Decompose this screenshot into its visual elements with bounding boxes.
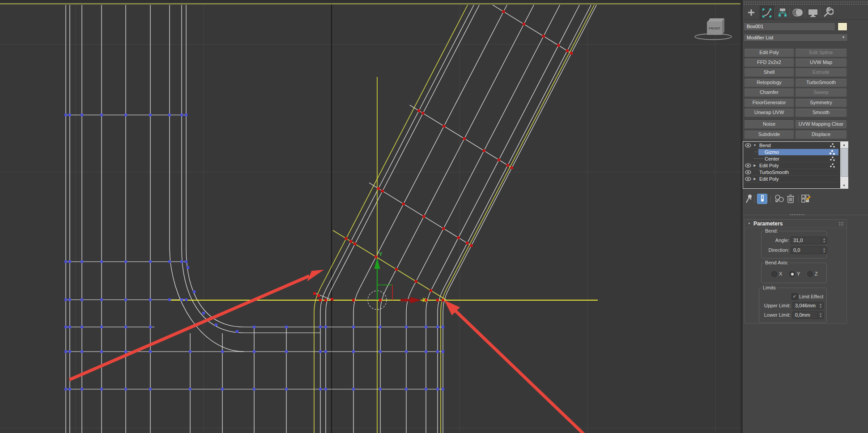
- limits-group: Limits ✓ Limit Effect Upper Limit: 3,046…: [759, 288, 827, 323]
- expand-closed-icon[interactable]: ▶: [753, 162, 757, 169]
- stack-row-label[interactable]: Bend: [759, 142, 771, 149]
- eye-icon[interactable]: [745, 176, 751, 182]
- scroll-up-icon[interactable]: ▲: [840, 142, 848, 148]
- limits-legend: Limits: [762, 285, 777, 290]
- show-end-result-button[interactable]: [757, 194, 767, 204]
- panel-dock-grip[interactable]: [743, 0, 868, 5]
- bend-axis-x-label[interactable]: X: [779, 271, 782, 276]
- stack-row-label[interactable]: TurboSmooth: [759, 169, 789, 175]
- modifier-button-chamfer[interactable]: Chamfer: [744, 89, 794, 97]
- pin-stack-icon: [745, 194, 753, 204]
- modifier-button-uvw-mapping-clear[interactable]: UVW Mapping Clear: [795, 120, 847, 129]
- direction-value[interactable]: 0,0: [793, 247, 800, 253]
- panel-splitter[interactable]: [743, 215, 868, 216]
- spinner-arrows-icon[interactable]: ▲▼: [821, 247, 827, 254]
- tab-hierarchy[interactable]: [776, 6, 789, 19]
- viewport-canvas[interactable]: YXFRONT: [0, 0, 740, 433]
- object-name-input[interactable]: Box001: [744, 22, 835, 31]
- application-window: YXFRONT: [0, 0, 868, 433]
- tab-display[interactable]: [806, 6, 820, 19]
- lower-limit-value[interactable]: 0,0mm: [795, 312, 810, 318]
- configure-modifier-sets-icon: [801, 194, 811, 204]
- modifier-button-noise[interactable]: Noise: [744, 120, 794, 129]
- lower-limit-spinner[interactable]: 0,0mm ▲▼: [792, 311, 824, 319]
- eye-icon[interactable]: [745, 170, 751, 175]
- stack-row-label[interactable]: Gizmo: [765, 149, 779, 155]
- modifier-button-displace[interactable]: Displace: [795, 131, 847, 139]
- scrollbar-thumb[interactable]: [841, 148, 848, 177]
- modifier-button-subdivide[interactable]: Subdivide: [744, 131, 794, 139]
- rollout-title: Parameters: [753, 221, 783, 227]
- tab-separator: [789, 8, 790, 17]
- stack-row-edit-poly[interactable]: ▶ Edit Poly: [743, 162, 838, 169]
- direction-spinner[interactable]: 0,0 ▲▼: [791, 246, 827, 254]
- modifier-button-ffd-2x2x2[interactable]: FFD 2x2x2: [744, 59, 794, 67]
- rollout-header[interactable]: ▼ Parameters: [745, 220, 847, 228]
- splitter-grip: [790, 214, 805, 216]
- tab-create[interactable]: [745, 6, 758, 19]
- modifier-button-extrude[interactable]: Extrude: [795, 68, 847, 77]
- rollout-grip-icon[interactable]: [838, 221, 844, 226]
- remove-modifier-button[interactable]: [787, 194, 795, 204]
- pin-stack-button[interactable]: [745, 194, 753, 204]
- limit-effect-checkbox[interactable]: ✓: [791, 293, 798, 300]
- modifier-button-uvw-map[interactable]: UVW Map: [795, 59, 847, 67]
- expand-open-icon[interactable]: ▼: [753, 142, 757, 149]
- limit-effect-label[interactable]: Limit Effect: [799, 294, 823, 299]
- spinner-arrows-icon[interactable]: ▲▼: [817, 312, 823, 319]
- gizmo-dots-icon: [829, 149, 836, 155]
- modifier-button-edit-spline[interactable]: Edit Spline: [795, 49, 847, 57]
- stack-row-center[interactable]: Center: [743, 156, 838, 162]
- wrench-icon: [823, 7, 834, 18]
- spinner-arrows-icon[interactable]: ▲▼: [817, 302, 823, 310]
- modifier-stack: ▼ Bend Gizmo Center: [743, 141, 848, 189]
- stack-scrollbar[interactable]: ▲ ▼: [840, 142, 848, 188]
- eye-icon[interactable]: [745, 143, 751, 148]
- upper-limit-value[interactable]: 3,046mm: [795, 303, 816, 309]
- stack-row-gizmo[interactable]: Gizmo: [758, 149, 838, 156]
- bend-axis-z-radio[interactable]: [807, 271, 813, 277]
- modifier-button-sweep[interactable]: Sweep: [795, 89, 847, 97]
- gizmo-dots-icon: [830, 143, 836, 148]
- bend-axis-y-label[interactable]: Y: [797, 271, 800, 276]
- stack-row-bend[interactable]: ▼ Bend: [743, 142, 838, 149]
- modifier-button-smooth[interactable]: Smooth: [795, 109, 847, 117]
- stack-row-edit-poly-2[interactable]: ▶ Edit Poly: [743, 176, 838, 183]
- tab-utilities[interactable]: [821, 6, 835, 19]
- eye-icon[interactable]: [745, 163, 751, 168]
- bend-group-legend: Bend:: [764, 228, 779, 233]
- modifier-button-edit-poly[interactable]: Edit Poly: [744, 49, 794, 57]
- stack-row-turbosmooth[interactable]: TurboSmooth: [743, 169, 838, 176]
- bend-axis-z-label[interactable]: Z: [815, 271, 818, 276]
- expand-closed-icon[interactable]: ▶: [753, 176, 757, 182]
- configure-modifier-sets-button[interactable]: [801, 194, 811, 204]
- tab-motion[interactable]: [791, 6, 804, 19]
- viewport-front[interactable]: YXFRONT: [0, 0, 740, 433]
- scroll-down-icon[interactable]: ▼: [840, 183, 848, 188]
- object-color-swatch[interactable]: [838, 22, 847, 31]
- command-panel-tabs: [743, 5, 868, 20]
- make-unique-button[interactable]: [774, 194, 785, 204]
- modifier-button-floorgenerator[interactable]: FloorGenerator: [744, 99, 794, 107]
- tree-line: [754, 158, 763, 159]
- modifier-button-unwrap-uvw[interactable]: Unwrap UVW: [744, 109, 794, 117]
- angle-spinner[interactable]: 31,0 ▲▼: [791, 237, 827, 244]
- modifier-button-turbosmooth[interactable]: TurboSmooth: [795, 79, 847, 87]
- tab-modify[interactable]: [760, 6, 774, 19]
- modifier-button-shell[interactable]: Shell: [744, 68, 794, 77]
- direction-label: Direction:: [762, 247, 789, 253]
- stack-row-label[interactable]: Edit Poly: [759, 176, 779, 182]
- modifier-list-dropdown[interactable]: Modifier List ▼: [744, 34, 848, 42]
- viewcube[interactable]: FRONT: [695, 18, 732, 40]
- make-unique-icon: [774, 194, 785, 204]
- spinner-arrows-icon[interactable]: ▲▼: [821, 237, 827, 244]
- modifier-button-retopology[interactable]: Retopology: [744, 79, 794, 87]
- bend-axis-x-radio[interactable]: [771, 271, 777, 277]
- stack-row-label[interactable]: Edit Poly: [759, 162, 779, 169]
- stack-row-label[interactable]: Center: [765, 156, 779, 162]
- rollout-open-icon: ▼: [748, 222, 751, 225]
- modifier-button-symmetry[interactable]: Symmetry: [795, 99, 847, 107]
- angle-value[interactable]: 31,0: [793, 238, 803, 243]
- upper-limit-spinner[interactable]: 3,046mm ▲▼: [792, 302, 824, 310]
- bend-axis-y-radio[interactable]: [789, 271, 795, 277]
